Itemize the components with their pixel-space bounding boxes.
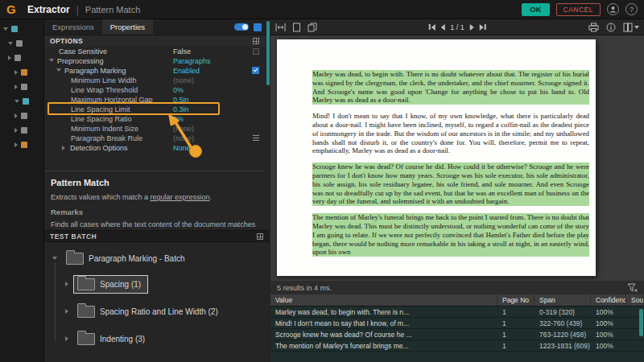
column-header-source[interactable]: Source bbox=[626, 294, 644, 306]
clear-filter-icon[interactable] bbox=[627, 283, 638, 293]
node-icon bbox=[11, 26, 18, 32]
fit-width-icon[interactable] bbox=[275, 23, 286, 32]
chevron-down-icon[interactable] bbox=[56, 68, 61, 72]
property-row-line-spacing-limit[interactable]: Line Spacing Limit 0.3in bbox=[44, 105, 266, 114]
tree-item-label: Spacing Ratio and Line Width (2) bbox=[100, 307, 218, 316]
property-row-case-sensitive[interactable]: Case Sensitive False bbox=[44, 47, 266, 56]
property-value[interactable]: Enabled bbox=[173, 66, 200, 76]
result-row[interactable]: Mind! I don't mean to say that I know, o… bbox=[270, 318, 644, 329]
property-row-maximum-horizontal-gap[interactable]: Maximum Horizontal Gap 0.5in bbox=[44, 95, 266, 105]
category-grid-icon[interactable] bbox=[253, 38, 259, 44]
property-value[interactable]: False bbox=[173, 47, 191, 56]
chevron-right-icon[interactable] bbox=[62, 146, 65, 150]
tree-node[interactable] bbox=[14, 68, 27, 77]
property-value[interactable]: (none) bbox=[173, 134, 194, 143]
toggle-switch-icon[interactable] bbox=[234, 23, 249, 31]
tree-node[interactable] bbox=[14, 125, 27, 135]
result-row[interactable]: Scrooge knew he was dead? Of course he .… bbox=[270, 329, 644, 340]
single-page-icon[interactable] bbox=[292, 23, 301, 32]
property-value[interactable]: 0% bbox=[173, 114, 184, 124]
property-row-minimum-line-width[interactable]: Minimum Line Width (none) bbox=[44, 76, 266, 85]
selected-tree-item[interactable]: Spacing (1) bbox=[73, 275, 148, 294]
panel-badge-icon[interactable] bbox=[254, 23, 262, 31]
result-row[interactable]: Marley was dead, to begin with. There is… bbox=[270, 306, 644, 318]
tree-item-spacing[interactable]: Spacing (1) bbox=[65, 274, 148, 294]
print-icon[interactable] bbox=[588, 23, 599, 32]
result-span: 1223-1831 (609) bbox=[535, 340, 591, 351]
property-row-minimum-indent-size[interactable]: Minimum Indent Size (none) bbox=[44, 124, 266, 134]
chevron-right-icon bbox=[8, 56, 11, 60]
document-viewport[interactable]: Marley was dead, to begin with. There is… bbox=[270, 35, 644, 280]
property-value[interactable]: (none) bbox=[173, 76, 194, 85]
property-row-paragraph-marking[interactable]: Paragraph Marking Enabled bbox=[44, 66, 266, 76]
results-table-header: Value Page No Span Confidence Source bbox=[270, 294, 644, 306]
property-row-paragraph-break-rule[interactable]: Paragraph Break Rule (none) bbox=[44, 134, 266, 143]
tree-node[interactable] bbox=[14, 82, 27, 92]
result-row[interactable]: The mention of Marley's funeral brings m… bbox=[270, 340, 644, 352]
property-label: Maximum Horizontal Gap bbox=[71, 95, 153, 105]
property-row-line-spacing-ratio[interactable]: Line Spacing Ratio 0% bbox=[44, 114, 266, 124]
regular-expression-link[interactable]: regular expression bbox=[151, 193, 210, 201]
column-header-span[interactable]: Span bbox=[535, 294, 591, 306]
menu-icon[interactable] bbox=[253, 138, 259, 138]
description-body: Extracts values which match a regular ex… bbox=[51, 192, 258, 202]
checkbox-checked-icon[interactable] bbox=[252, 67, 259, 74]
help-icon[interactable]: ? bbox=[625, 3, 638, 15]
pages-icon[interactable] bbox=[308, 23, 318, 32]
next-page-button[interactable] bbox=[470, 24, 474, 31]
node-icon bbox=[16, 40, 23, 47]
tree-item-label: Indenting (3) bbox=[100, 335, 145, 343]
document-paragraph: Mind! I don't mean to say that I know, o… bbox=[312, 112, 589, 155]
tree-node[interactable] bbox=[14, 97, 29, 106]
property-value[interactable]: (none) bbox=[173, 124, 194, 134]
prev-page-button[interactable] bbox=[440, 24, 444, 31]
folder-icon bbox=[77, 278, 95, 290]
property-value[interactable]: 0.5in bbox=[173, 95, 189, 105]
document-paragraph-highlighted: Marley was dead, to begin with. There is… bbox=[312, 70, 589, 105]
tree-item-label: Spacing (1) bbox=[100, 280, 141, 289]
chevron-right-icon bbox=[14, 142, 18, 147]
result-page: 1 bbox=[497, 306, 535, 317]
column-header-confidence[interactable]: Confidence bbox=[591, 294, 626, 306]
tree-node[interactable] bbox=[8, 53, 21, 63]
panel-scrollbar[interactable] bbox=[266, 21, 270, 85]
layout-columns-icon[interactable] bbox=[623, 23, 639, 32]
account-icon[interactable] bbox=[607, 3, 619, 15]
info-icon[interactable] bbox=[606, 23, 616, 32]
chevron-right-icon[interactable] bbox=[65, 282, 68, 286]
checkbox-unchecked-icon[interactable] bbox=[253, 48, 259, 55]
property-value[interactable]: 0.3in bbox=[173, 105, 189, 114]
column-header-value[interactable]: Value bbox=[270, 294, 497, 306]
property-value[interactable]: None bbox=[173, 143, 191, 153]
tab-properties[interactable]: Properties bbox=[102, 19, 153, 35]
tree-item-indenting[interactable]: Indenting (3) bbox=[65, 329, 152, 348]
property-label: Detection Options bbox=[70, 143, 128, 153]
last-page-button[interactable] bbox=[480, 24, 486, 31]
tree-node[interactable] bbox=[3, 24, 18, 34]
property-row-detection-options[interactable]: Detection Options None bbox=[44, 143, 266, 153]
property-row-preprocessing[interactable]: Preprocessing Paragraphs bbox=[44, 56, 266, 66]
table-scrollbar[interactable] bbox=[639, 309, 643, 336]
tree-item-batch-root[interactable]: Paragraph Marking - Batch bbox=[52, 249, 192, 268]
property-value[interactable]: 0% bbox=[173, 85, 184, 95]
result-page: 1 bbox=[497, 318, 535, 328]
property-value[interactable]: Paragraphs bbox=[173, 56, 211, 66]
batch-grid-icon[interactable] bbox=[257, 233, 263, 240]
tab-expressions[interactable]: Expressions bbox=[44, 19, 102, 35]
first-page-button[interactable] bbox=[429, 24, 436, 31]
ok-button[interactable]: OK bbox=[522, 3, 549, 16]
tree-node[interactable] bbox=[14, 111, 27, 121]
chevron-right-icon[interactable] bbox=[65, 336, 68, 341]
column-header-page-no[interactable]: Page No bbox=[497, 294, 535, 306]
tree-node[interactable] bbox=[14, 140, 27, 150]
result-span: 763-1220 (458) bbox=[535, 329, 591, 339]
result-value: Marley was dead, to begin with. There is… bbox=[270, 306, 497, 317]
node-tree-strip bbox=[0, 19, 44, 362]
chevron-down-icon[interactable] bbox=[49, 59, 54, 62]
property-row-line-wrap-threshold[interactable]: Line Wrap Threshold 0% bbox=[44, 85, 266, 95]
cancel-button[interactable]: CANCEL bbox=[556, 3, 601, 16]
chevron-down-icon[interactable] bbox=[52, 257, 57, 260]
tree-node[interactable] bbox=[8, 39, 23, 48]
chevron-right-icon[interactable] bbox=[65, 309, 68, 314]
tree-item-spacing-ratio[interactable]: Spacing Ratio and Line Width (2) bbox=[65, 302, 225, 321]
